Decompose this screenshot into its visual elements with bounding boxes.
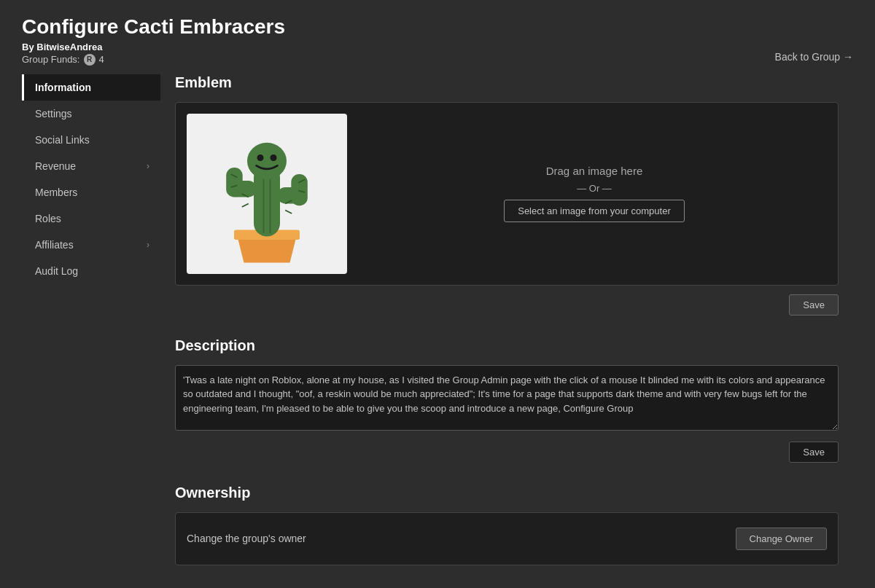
sidebar-item-label: Revenue: [35, 160, 76, 172]
description-title: Description: [175, 337, 839, 354]
select-image-button[interactable]: Select an image from your computer: [504, 200, 685, 222]
svg-rect-4: [226, 168, 243, 197]
sidebar-item-affiliates[interactable]: Affiliates ›: [22, 232, 160, 258]
emblem-save-row: Save: [175, 294, 839, 315]
svg-point-9: [247, 142, 287, 179]
svg-point-10: [257, 154, 264, 161]
chevron-right-icon: ›: [147, 240, 149, 250]
svg-rect-6: [291, 174, 308, 205]
change-owner-button[interactable]: Change Owner: [736, 528, 827, 550]
svg-point-11: [271, 154, 277, 161]
sidebar-item-label: Information: [35, 82, 91, 93]
emblem-save-button[interactable]: Save: [789, 294, 839, 315]
emblem-image-area: [187, 114, 347, 274]
sidebar: Information Settings Social Links Revenu…: [22, 74, 160, 587]
back-to-group-link[interactable]: Back to Group →: [775, 51, 853, 66]
emblem-container: Drag an image here — Or — Select an imag…: [187, 114, 827, 274]
sidebar-item-settings[interactable]: Settings: [22, 101, 160, 127]
sidebar-item-label: Roles: [35, 213, 61, 224]
ownership-text: Change the group's owner: [187, 533, 306, 544]
sidebar-item-audit-log[interactable]: Audit Log: [22, 258, 160, 284]
emblem-upload-area: Drag an image here — Or — Select an imag…: [362, 165, 827, 222]
cactus-image: [201, 125, 332, 263]
funds-value: 4: [99, 54, 104, 65]
description-textarea[interactable]: [175, 365, 839, 431]
author-line: By BitwiseAndrea: [22, 42, 285, 52]
funds-line: Group Funds: R 4: [22, 54, 285, 66]
ownership-box: Change the group's owner Change Owner: [175, 512, 839, 565]
description-section: Description Save: [175, 337, 839, 463]
emblem-title: Emblem: [175, 74, 839, 91]
page-title: Configure Cacti Embracers: [22, 15, 285, 39]
sidebar-item-members[interactable]: Members: [22, 179, 160, 205]
sidebar-item-information[interactable]: Information: [22, 74, 160, 101]
by-label: By: [22, 42, 34, 52]
svg-marker-0: [238, 236, 297, 262]
svg-line-13: [242, 203, 249, 207]
sidebar-item-label: Settings: [35, 108, 72, 119]
sidebar-item-label: Social Links: [35, 134, 90, 146]
sidebar-item-social-links[interactable]: Social Links: [22, 127, 160, 153]
sidebar-item-revenue[interactable]: Revenue ›: [22, 153, 160, 179]
emblem-section: Emblem: [175, 74, 839, 315]
ownership-section: Ownership Change the group's owner Chang…: [175, 485, 839, 565]
main-content: Emblem: [160, 74, 853, 587]
description-save-row: Save: [175, 442, 839, 463]
robux-icon: R: [84, 54, 96, 66]
ownership-row: Change the group's owner Change Owner: [187, 524, 827, 554]
author-name: BitwiseAndrea: [36, 42, 102, 52]
drag-text: Drag an image here: [546, 165, 643, 177]
svg-line-15: [285, 210, 292, 213]
sidebar-item-roles[interactable]: Roles: [22, 205, 160, 232]
description-save-button[interactable]: Save: [789, 442, 839, 463]
funds-label: Group Funds:: [22, 54, 80, 65]
sidebar-item-label: Audit Log: [35, 265, 78, 277]
or-text: — Or —: [577, 183, 612, 194]
chevron-right-icon: ›: [147, 161, 149, 171]
emblem-box: Drag an image here — Or — Select an imag…: [175, 102, 839, 286]
sidebar-item-label: Members: [35, 187, 77, 198]
ownership-title: Ownership: [175, 485, 839, 501]
sidebar-item-label: Affiliates: [35, 239, 74, 251]
